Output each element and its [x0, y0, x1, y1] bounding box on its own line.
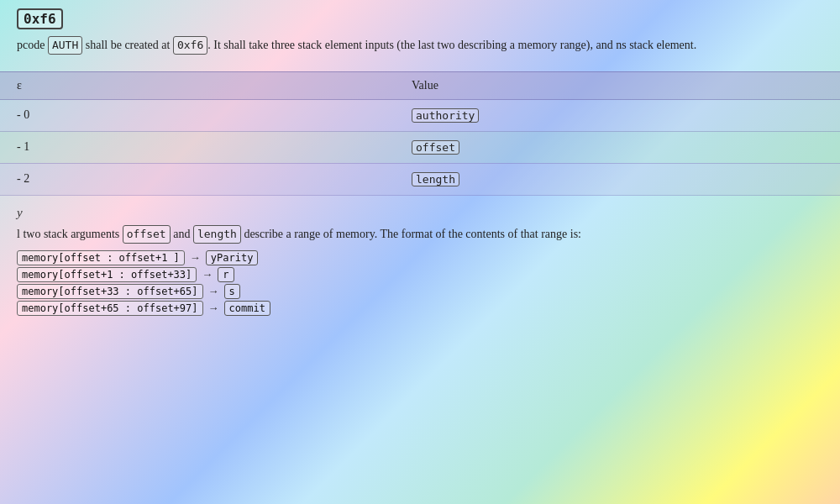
table-row: - 0authority [0, 99, 840, 131]
table-cell-key: - 0 [0, 99, 395, 131]
table-cell-value: authority [395, 99, 840, 131]
prose-after: describe a range of memory. The format o… [241, 228, 581, 240]
prose-middle: and [171, 228, 193, 240]
stack-table: ε Value - 0authority- 1offset- 2length [0, 71, 840, 196]
table-cell-key: - 1 [0, 131, 395, 163]
length-inline: length [193, 225, 241, 244]
memory-line: memory[offset+1 : offset+33]→r [17, 267, 823, 282]
memory-line: memory[offset+65 : offset+97]→commit [17, 301, 823, 316]
table-cell-value: length [395, 163, 840, 195]
prose-text: l two stack arguments offset and length … [17, 225, 823, 244]
memory-lines: memory[offset : offset+1 ]→yParitymemory… [17, 250, 823, 316]
section-label: y [17, 206, 823, 220]
desc-rest: . It shall take three stack element inpu… [207, 39, 696, 51]
value-code-badge: offset [412, 140, 459, 155]
opcode-badge: 0xf6 [17, 8, 63, 29]
memory-code: memory[offset+1 : offset+33] [17, 267, 197, 282]
auth-inline-badge: AUTH [48, 36, 82, 55]
prose-before: l two stack arguments [17, 228, 123, 240]
memory-arrow: → [202, 268, 213, 281]
table-section: ε Value - 0authority- 1offset- 2length [0, 71, 840, 196]
memory-arrow: → [208, 285, 219, 298]
memory-value: s [224, 284, 240, 299]
memory-arrow: → [208, 302, 219, 315]
col-key-header: ε [0, 71, 395, 99]
memory-line: memory[offset+33 : offset+65]→s [17, 284, 823, 299]
col-val-header: Value [395, 71, 840, 99]
memory-value: r [218, 267, 234, 282]
memory-code: memory[offset+65 : offset+97] [17, 301, 203, 316]
opcode-inline-badge: 0xf6 [173, 36, 207, 55]
table-row: - 2length [0, 163, 840, 195]
memory-code: memory[offset+33 : offset+65] [17, 284, 203, 299]
top-section: 0xf6 pcode AUTH shall be created at 0xf6… [0, 8, 840, 63]
offset-inline: offset [123, 225, 171, 244]
table-cell-value: offset [395, 131, 840, 163]
memory-line: memory[offset : offset+1 ]→yParity [17, 250, 823, 265]
memory-code: memory[offset : offset+1 ] [17, 250, 185, 265]
bottom-section: y l two stack arguments offset and lengt… [0, 196, 840, 317]
opcode-heading: 0xf6 [17, 8, 823, 29]
description-text: pcode AUTH shall be created at 0xf6. It … [17, 36, 823, 55]
memory-value: yParity [206, 250, 259, 265]
table-row: - 1offset [0, 131, 840, 163]
memory-arrow: → [190, 251, 201, 265]
memory-value: commit [224, 301, 270, 316]
page-container: 0xf6 pcode AUTH shall be created at 0xf6… [0, 0, 840, 504]
table-header-row: ε Value [0, 71, 840, 99]
value-code-badge: authority [412, 108, 479, 123]
desc-after: shall be created at [82, 39, 173, 51]
value-code-badge: length [412, 172, 459, 186]
table-cell-key: - 2 [0, 163, 395, 195]
desc-before: pcode [17, 39, 48, 51]
